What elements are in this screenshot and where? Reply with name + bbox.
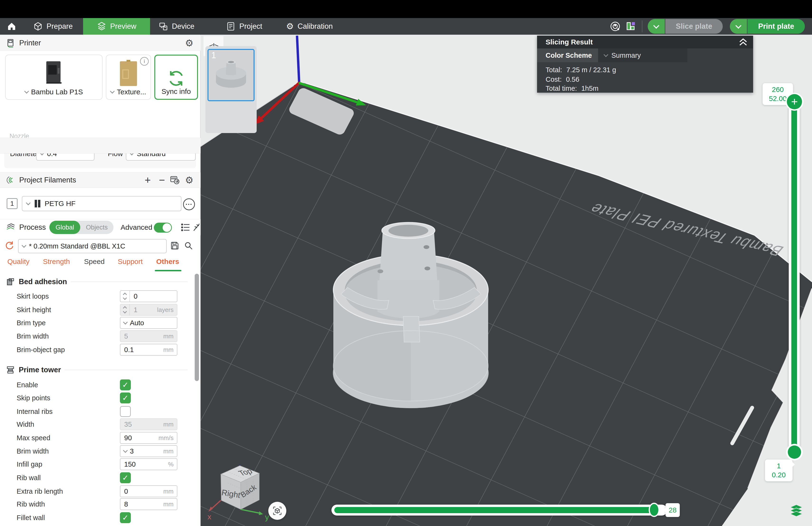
step-slider-track[interactable] [331, 504, 667, 515]
axis-x-label: x [207, 512, 211, 521]
compare-presets-icon[interactable] [192, 223, 201, 232]
panel-title: Printer [19, 39, 41, 47]
tab-project[interactable]: Project [226, 18, 262, 35]
print-plate-split-button: Print plate [730, 19, 805, 34]
print-plate-button[interactable]: Print plate [748, 19, 805, 34]
orbit-icon[interactable] [609, 21, 621, 32]
section-bed-adhesion: Bed adhesion [6, 274, 188, 289]
scope-objects[interactable]: Objects [80, 224, 114, 231]
extra-rib-length-input[interactable]: 0 mm [120, 485, 177, 497]
tab-strength[interactable]: Strength [43, 257, 70, 266]
model-object[interactable] [328, 209, 508, 413]
prime-brim-width-combo[interactable]: 3 mm [120, 445, 177, 457]
collapse-panel-icon[interactable] [738, 38, 748, 47]
filament-coil-icon [6, 175, 15, 185]
chevron-down-icon [735, 23, 741, 29]
tab-label: Preview [110, 22, 136, 31]
tab-label: Calibration [298, 22, 333, 31]
enable-checkbox[interactable]: ✓ [120, 380, 131, 390]
viewport-3d[interactable]: Bambu Textured PEI Plate [201, 35, 812, 526]
cube-y-axis [241, 509, 260, 513]
setting-row-rib-wall: Rib wall ✓ [0, 471, 201, 484]
info-icon[interactable]: i [140, 57, 149, 66]
spinner-arrows[interactable] [120, 291, 130, 302]
print-plate-dropdown[interactable] [730, 19, 748, 34]
setting-row-infill-gap: Infill gap 150 % [0, 458, 201, 471]
layers-view-icon[interactable] [790, 504, 803, 517]
plate-type-card[interactable]: i Texture... [106, 55, 151, 100]
filaments-panel-header: Project Filaments + − ⚙ [0, 172, 201, 188]
printer-icon [6, 38, 15, 48]
brim-object-gap-input[interactable]: 0.1 mm [120, 344, 177, 356]
brim-width-input[interactable]: 5 mm [120, 330, 177, 342]
sync-info-button[interactable]: Sync info [154, 55, 198, 100]
top-navbar: Prepare Preview Device Project ⚙ Calibra… [0, 18, 812, 35]
skirt-loops-input[interactable]: 0 [120, 290, 177, 302]
slice-plate-button[interactable]: Slice plate [665, 19, 723, 34]
calibration-gear-icon: ⚙ [286, 22, 294, 31]
window-titlebar [0, 0, 812, 18]
layer-slider-top-handle[interactable]: + [785, 93, 803, 111]
tab-label: Prepare [46, 22, 73, 31]
setting-row-fillet-wall: Fillet wall ✓ [0, 511, 201, 524]
slice-plate-dropdown[interactable] [648, 19, 665, 34]
infill-gap-input[interactable]: 150 % [120, 458, 177, 470]
setting-row-max-speed: Max speed 90 mm/s [0, 431, 201, 444]
tab-calibration[interactable]: ⚙ Calibration [286, 18, 333, 35]
scope-global[interactable]: Global [49, 221, 80, 234]
rib-width-input[interactable]: 8 mm [120, 498, 177, 510]
tab-device[interactable]: Device [159, 18, 194, 35]
save-preset-icon[interactable] [170, 241, 179, 251]
filament-settings-gear-icon[interactable]: ⚙ [185, 175, 193, 185]
home-button[interactable] [3, 18, 20, 35]
setting-row-internal-ribs: Internal ribs [0, 405, 201, 418]
skirt-height-input[interactable]: 1 layers [120, 304, 177, 316]
layer-slider-bottom-handle[interactable] [786, 444, 803, 460]
tab-prepare[interactable]: Prepare [33, 18, 73, 35]
color-scheme-label: Color Scheme [537, 48, 598, 62]
rib-wall-checkbox[interactable]: ✓ [120, 472, 131, 483]
printer-select-card[interactable]: Bambu Lab P1S [5, 55, 103, 100]
filament-more-button[interactable]: ··· [183, 198, 195, 210]
internal-ribs-checkbox[interactable] [120, 406, 131, 417]
view-all-settings-icon[interactable] [181, 223, 190, 232]
tab-support[interactable]: Support [118, 257, 143, 266]
origin-axes [236, 35, 426, 177]
printer-name-row: Bambu Lab P1S [25, 88, 83, 96]
prime-width-input[interactable]: 35 mm [120, 418, 177, 430]
panel-title: Project Filaments [19, 176, 76, 184]
chevron-down-icon [26, 200, 31, 205]
remove-filament-button[interactable]: − [159, 174, 165, 186]
sidebar-scrollbar[interactable] [195, 274, 199, 381]
filament-slot-number[interactable]: 1 [6, 198, 17, 209]
project-document-icon [226, 22, 235, 31]
tab-others[interactable]: Others [156, 257, 179, 266]
step-slider-handle[interactable] [649, 503, 659, 517]
fit-view-button[interactable] [268, 502, 286, 520]
max-speed-input[interactable]: 90 mm/s [120, 432, 177, 444]
device-icon [159, 22, 168, 31]
add-filament-button[interactable]: + [145, 174, 151, 186]
tab-preview[interactable]: Preview [83, 18, 150, 35]
bambu-studio-window: Prepare Preview Device Project ⚙ Calibra… [0, 0, 812, 526]
plate-thumbnail[interactable]: 1 [207, 49, 255, 101]
tab-speed[interactable]: Speed [84, 257, 105, 266]
spinner-arrows[interactable] [120, 304, 130, 315]
setting-row-width: Width 35 mm [0, 418, 201, 431]
search-settings-icon[interactable] [184, 241, 193, 251]
fillet-wall-checkbox[interactable]: ✓ [120, 512, 131, 523]
process-preset-combo[interactable]: * 0.20mm Standard @BBL X1C [18, 239, 167, 253]
process-scope-toggle[interactable]: Global Objects [49, 221, 114, 234]
arrange-blocks-icon[interactable] [625, 21, 637, 32]
ams-sync-icon[interactable] [169, 175, 180, 186]
chevron-down-icon [110, 89, 115, 94]
brim-type-combo[interactable]: Auto [120, 317, 177, 329]
tab-quality[interactable]: Quality [8, 257, 29, 266]
advanced-toggle[interactable] [154, 223, 172, 232]
filament-combo[interactable]: PETG HF [22, 196, 182, 211]
skip-points-checkbox[interactable]: ✓ [120, 393, 131, 403]
chevron-down-icon [604, 52, 608, 57]
reset-preset-icon[interactable] [4, 240, 15, 251]
color-scheme-combo[interactable]: Summary [598, 48, 687, 62]
printer-settings-gear-icon[interactable]: ⚙ [185, 38, 193, 48]
